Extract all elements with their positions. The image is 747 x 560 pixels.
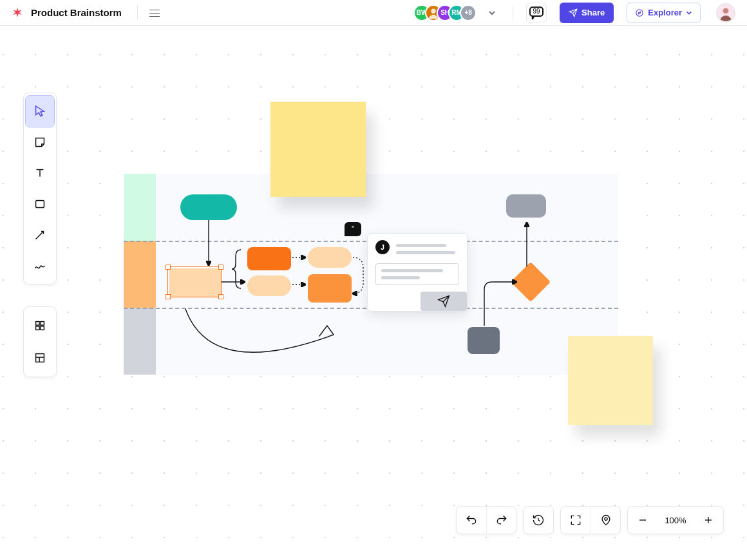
undo-button[interactable] <box>457 507 486 534</box>
locate-button[interactable] <box>591 507 620 534</box>
shape-pill[interactable] <box>308 247 352 268</box>
svg-point-3 <box>636 9 643 16</box>
shape-pill[interactable] <box>247 275 291 296</box>
sticky-note[interactable] <box>568 336 653 425</box>
comment-input[interactable] <box>375 263 459 285</box>
tool-select[interactable] <box>26 96 54 127</box>
selected-shape[interactable] <box>167 266 222 297</box>
text-placeholder <box>381 269 443 272</box>
shape-rect <box>169 268 221 297</box>
shape-terminal[interactable] <box>180 194 237 220</box>
collaborator-avatars[interactable]: BW SH RM +8 <box>413 5 477 21</box>
resize-handle[interactable] <box>165 265 171 270</box>
shape-rect[interactable] <box>506 194 546 218</box>
profile-avatar[interactable] <box>716 3 735 23</box>
view-controls: 100% <box>456 506 724 534</box>
divider <box>137 6 138 20</box>
explorer-button[interactable]: Explorer <box>627 3 701 23</box>
lane-3 <box>124 308 156 375</box>
top-bar: Product Brainstorm BW SH RM +8 99 Share … <box>0 0 747 26</box>
text-placeholder <box>396 244 446 247</box>
divider <box>513 6 513 20</box>
logo-icon <box>12 7 23 19</box>
svg-point-6 <box>723 8 729 14</box>
comment-send-button[interactable] <box>421 292 467 311</box>
fullscreen-button[interactable] <box>561 507 591 534</box>
text-placeholder <box>381 276 420 279</box>
tool-sticky[interactable] <box>26 127 54 158</box>
redo-button[interactable] <box>486 507 516 534</box>
zoom-out-button[interactable] <box>628 507 657 534</box>
chevron-down-icon[interactable] <box>488 9 496 17</box>
comments-button[interactable]: 99 <box>526 3 547 23</box>
svg-point-18 <box>604 518 607 520</box>
lane-1 <box>124 174 156 241</box>
shape-rect[interactable] <box>247 247 291 270</box>
zoom-level[interactable]: 100% <box>657 516 694 525</box>
history-group <box>456 506 516 534</box>
share-label: Share <box>582 8 605 17</box>
share-button[interactable]: Share <box>560 3 614 23</box>
shape-decision[interactable] <box>511 262 551 302</box>
svg-text:99: 99 <box>533 8 541 15</box>
lane-2 <box>124 241 156 308</box>
view-group <box>560 506 621 534</box>
sticky-note[interactable] <box>270 102 366 197</box>
resize-handle[interactable] <box>165 294 171 299</box>
explorer-label: Explorer <box>648 8 682 17</box>
canvas[interactable]: ” J 100% <box>0 26 747 560</box>
comment-bubble-icon: ” <box>345 222 361 236</box>
document-title[interactable]: Product Brainstorm <box>31 7 122 18</box>
history-restore <box>523 506 554 534</box>
zoom-group: 100% <box>627 506 724 534</box>
history-button[interactable] <box>524 507 553 534</box>
shape-rect[interactable] <box>308 274 352 303</box>
resize-handle[interactable] <box>218 265 223 270</box>
comment-card[interactable]: ” J <box>367 233 468 312</box>
shape-rect[interactable] <box>468 327 500 354</box>
svg-point-0 <box>431 8 435 13</box>
zoom-in-button[interactable] <box>694 507 723 534</box>
svg-marker-4 <box>639 12 641 14</box>
avatar-overflow[interactable]: +8 <box>460 5 477 21</box>
resize-handle[interactable] <box>218 294 223 299</box>
menu-icon[interactable] <box>149 8 160 17</box>
comment-avatar: J <box>375 240 390 254</box>
text-placeholder <box>396 251 455 254</box>
